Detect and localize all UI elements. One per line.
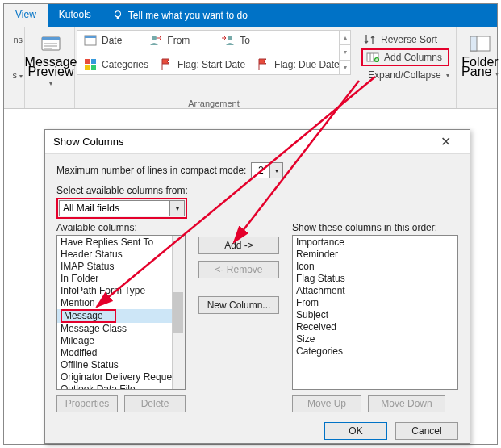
list-item[interactable]: Message xyxy=(57,309,185,323)
add-columns-button[interactable]: Add Columns xyxy=(361,48,449,66)
close-icon[interactable]: ✕ xyxy=(429,134,461,149)
svg-rect-3 xyxy=(42,37,60,40)
list-item[interactable]: Reminder xyxy=(293,249,457,261)
svg-point-0 xyxy=(115,11,120,17)
list-item[interactable]: Importance xyxy=(293,237,457,249)
list-item[interactable]: Header Status xyxy=(57,249,185,261)
folder-pane-button[interactable]: FolderPane ▾ xyxy=(461,30,499,79)
max-lines-label: Maximum number of lines in compact mode: xyxy=(56,165,246,176)
tab-view[interactable]: View xyxy=(4,4,48,27)
remove-button[interactable]: <- Remove xyxy=(198,261,279,278)
folder-pane-label: FolderPane ▾ xyxy=(461,57,499,79)
show-columns-dialog: Show Columns ✕ Maximum number of lines i… xyxy=(44,129,470,444)
svg-rect-20 xyxy=(470,36,477,51)
message-preview-icon xyxy=(40,33,62,56)
list-item[interactable]: Icon xyxy=(293,261,457,273)
add-columns-icon xyxy=(366,51,379,64)
list-item[interactable]: Outlook Data File xyxy=(57,383,185,390)
available-columns-list[interactable]: Have Replies Sent ToHeader StatusIMAP St… xyxy=(56,235,186,390)
move-up-button[interactable]: Move Up xyxy=(292,395,361,412)
move-down-button[interactable]: Move Down xyxy=(368,395,445,412)
list-item[interactable]: Offline Status xyxy=(57,359,185,371)
svg-point-10 xyxy=(228,36,232,40)
ribbon-tabs: View Kutools Tell me what you want to do xyxy=(4,4,497,27)
arrange-by-to[interactable]: To xyxy=(222,34,250,47)
truncated-option-1[interactable]: ns xyxy=(6,30,23,44)
list-item[interactable]: Flag Status xyxy=(293,273,457,285)
arrangement-group-label: Arrangement xyxy=(77,97,351,108)
svg-point-9 xyxy=(152,36,157,40)
expand-collapse-button[interactable]: Expand/Collapse ▾ xyxy=(363,69,448,82)
ribbon-group-sort-columns: Reverse Sort Add Columns Expand/Collapse… xyxy=(353,27,457,108)
svg-rect-12 xyxy=(91,59,96,64)
list-item[interactable]: Size xyxy=(293,333,457,345)
svg-rect-1 xyxy=(117,17,119,19)
list-item[interactable]: Attachment xyxy=(293,285,457,297)
tab-kutools[interactable]: Kutools xyxy=(48,4,102,27)
gallery-more[interactable]: ▾ xyxy=(340,60,350,74)
list-item[interactable]: Mileage xyxy=(57,335,185,347)
max-lines-input[interactable] xyxy=(252,163,269,178)
gallery-scroll-up[interactable]: ▴ xyxy=(340,31,350,44)
available-columns-from-combo[interactable]: ▾ xyxy=(59,200,185,216)
tell-me-search[interactable]: Tell me what you want to do xyxy=(102,4,257,27)
list-item[interactable]: Modified xyxy=(57,347,185,359)
scrollbar[interactable] xyxy=(172,236,185,389)
ok-button[interactable]: OK xyxy=(324,422,387,440)
new-column-button[interactable]: New Column... xyxy=(198,296,279,314)
folder-pane-icon xyxy=(469,33,491,56)
delete-button[interactable]: Delete xyxy=(124,395,186,412)
dialog-titlebar: Show Columns ✕ xyxy=(45,130,470,154)
svg-rect-14 xyxy=(91,65,96,70)
combo-input[interactable] xyxy=(60,201,169,216)
list-item[interactable]: InfoPath Form Type xyxy=(57,285,185,297)
ribbon-group-preview: MessagePreview ▾ xyxy=(25,27,75,108)
flag-icon xyxy=(257,58,269,71)
person-from-icon xyxy=(149,34,162,47)
reverse-sort-button[interactable]: Reverse Sort xyxy=(363,33,448,46)
chevron-down-icon[interactable]: ▾ xyxy=(169,201,184,216)
list-item[interactable]: Mention xyxy=(57,297,185,309)
list-item[interactable]: Have Replies Sent To xyxy=(57,237,185,249)
bulb-icon xyxy=(112,10,123,21)
add-button[interactable]: Add -> xyxy=(198,237,279,254)
list-item[interactable]: IMAP Status xyxy=(57,261,185,273)
ribbon-group-arrangement: Date From To Categories xyxy=(75,27,353,108)
scrollbar-thumb[interactable] xyxy=(173,292,183,333)
ribbon-group-truncated-left: ns s ▾ xyxy=(4,27,25,108)
reverse-sort-icon xyxy=(363,33,376,46)
list-item[interactable]: Originator Delivery Reques xyxy=(57,371,185,383)
list-item[interactable]: In Folder xyxy=(57,273,185,285)
calendar-icon xyxy=(84,34,97,47)
arrange-by-from[interactable]: From xyxy=(149,34,190,47)
select-from-label: Select available columns from: xyxy=(56,185,458,196)
truncated-option-2[interactable]: s ▾ xyxy=(6,44,23,80)
ribbon-group-folder-pane: FolderPane ▾ xyxy=(457,27,497,108)
person-to-icon xyxy=(222,34,235,47)
message-preview-button[interactable]: MessagePreview ▾ xyxy=(30,30,72,89)
arrange-by-categories[interactable]: Categories xyxy=(84,58,148,71)
message-preview-label: MessagePreview ▾ xyxy=(25,57,77,89)
list-item[interactable]: From xyxy=(293,297,457,309)
list-item[interactable]: Subject xyxy=(293,309,457,321)
arrange-by-date[interactable]: Date xyxy=(84,34,122,47)
dialog-title: Show Columns xyxy=(53,136,123,148)
max-lines-spinner[interactable]: ▾ xyxy=(251,162,283,178)
arrange-by-flag-due[interactable]: Flag: Due Date xyxy=(257,58,340,71)
list-item[interactable]: Received xyxy=(293,321,457,333)
arrange-by-flag-start[interactable]: Flag: Start Date xyxy=(160,58,245,71)
chevron-down-icon[interactable]: ▾ xyxy=(269,163,282,178)
app-frame: View Kutools Tell me what you want to do… xyxy=(3,3,498,445)
list-item[interactable]: Message Class xyxy=(57,323,185,335)
svg-rect-8 xyxy=(85,36,96,38)
svg-rect-11 xyxy=(85,59,90,64)
flag-icon xyxy=(160,58,173,71)
list-item[interactable]: Categories xyxy=(293,345,457,358)
properties-button[interactable]: Properties xyxy=(56,395,118,412)
gallery-scroll-down[interactable]: ▾ xyxy=(340,44,350,59)
cancel-button[interactable]: Cancel xyxy=(395,422,458,440)
show-columns-list[interactable]: ImportanceReminderIconFlag StatusAttachm… xyxy=(292,235,458,390)
tell-me-label: Tell me what you want to do xyxy=(128,10,248,21)
svg-rect-13 xyxy=(85,65,90,70)
available-columns-label: Available columns: xyxy=(56,222,186,233)
